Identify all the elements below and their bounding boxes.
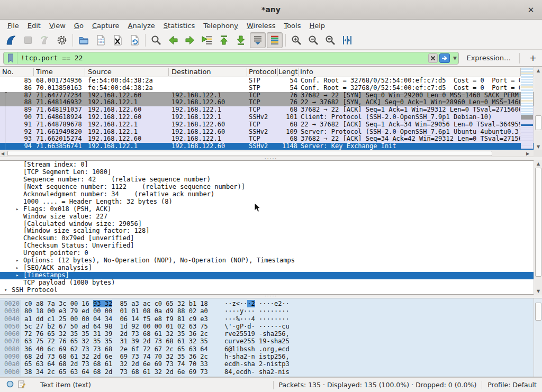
detail-line[interactable]: ▸Flags: 0x018 (PSH, ACK) — [0, 206, 542, 213]
scrollbar-thumb[interactable] — [535, 115, 541, 130]
detail-line[interactable]: ▸[SEQ/ACK analysis] — [0, 265, 542, 272]
hex-ascii[interactable]: h-sha2-n istp256, — [220, 353, 290, 360]
detail-line[interactable]: [Window size scaling factor: 128] — [0, 227, 542, 235]
scroll-down-icon[interactable]: ▼ — [534, 288, 542, 295]
column-divider[interactable] — [168, 68, 169, 76]
toolbar-zoom-out-icon[interactable] — [305, 32, 321, 48]
toolbar-find-packet-icon[interactable] — [148, 32, 164, 48]
toolbar-auto-scroll-icon[interactable] — [250, 32, 266, 48]
details-vscrollbar[interactable]: ▲ ▼ — [534, 160, 542, 295]
display-filter-field[interactable]: !tcp.port == 22 ▼ — [3, 52, 459, 65]
hex-bytes[interactable]: 38 34 2c 65 63 64 68 2d 73 68 61 32 2d 6… — [21, 368, 220, 376]
scrollbar-thumb[interactable] — [535, 303, 541, 321]
column-header-length[interactable]: Length — [278, 68, 298, 76]
hex-row[interactable]: 008036 40 6c 69 62 73 73 68 2e 6f 72 67 … — [0, 345, 542, 353]
hex-row[interactable]: 009068 2d 73 68 61 32 2d 6e 69 73 74 70 … — [0, 353, 542, 360]
scroll-up-icon[interactable]: ▲ — [534, 67, 542, 74]
column-header-no[interactable]: No. — [2, 68, 34, 76]
hex-bytes[interactable]: 36 40 6c 69 62 73 73 68 2e 6f 72 67 2c 6… — [21, 345, 220, 353]
packet-row[interactable]: 8568.001734936fe:54:00:d4:38:2aSTP54Conf… — [0, 77, 542, 85]
column-header-time[interactable]: Time — [36, 68, 86, 76]
detail-line[interactable]: [Checksum Status: Unverified] — [0, 242, 542, 250]
filter-bookmark-icon[interactable] — [4, 52, 17, 64]
expert-info-icon[interactable] — [6, 380, 14, 389]
packet-list-vscrollbar[interactable]: ▲ ▼ — [534, 67, 542, 150]
hex-ascii[interactable]: ····y··· ········ — [220, 307, 290, 315]
detail-line[interactable]: Sequence number: 42 (relative sequence n… — [0, 176, 542, 184]
toolbar-zoom-in-icon[interactable] — [288, 32, 304, 48]
display-filter-input[interactable]: !tcp.port == 22 — [17, 54, 428, 62]
column-header-source[interactable]: Source — [88, 68, 170, 76]
toolbar-reload-file-icon[interactable] — [127, 32, 142, 48]
toolbar-zoom-original-icon[interactable] — [322, 32, 338, 48]
hex-ascii[interactable]: ···%···4 ········ — [220, 315, 290, 323]
menu-telephony[interactable]: Telephony — [199, 21, 242, 31]
detail-line[interactable]: [TCP Segment Len: 1080] — [0, 169, 542, 176]
hex-bytes[interactable]: 5c 27 b2 67 50 ad 64 98 1d 92 00 00 01 0… — [21, 323, 220, 330]
toolbar-colorize-icon[interactable] — [267, 32, 283, 48]
add-filter-button[interactable]: + — [527, 53, 539, 63]
scroll-left-icon[interactable]: ◀ — [1, 151, 4, 156]
expander-icon[interactable]: ▸ — [16, 206, 19, 213]
intelligent-scrollbar-minimap[interactable] — [521, 68, 533, 149]
detail-line[interactable]: TCP payload (1080 bytes) — [0, 279, 542, 287]
toolbar-go-to-packet-icon[interactable] — [199, 32, 215, 48]
detail-line[interactable]: Window size value: 227 — [0, 213, 542, 221]
hex-bytes[interactable]: c0 a8 7a 3c 00 16 93 32 85 a3 ac c0 65 3… — [21, 300, 220, 307]
toolbar-save-file-icon[interactable]: 01011101 — [93, 32, 109, 48]
packet-row[interactable]: 9271.661949820192.168.122.1192.168.122.6… — [0, 129, 542, 136]
toolbar-capture-options-icon[interactable] — [54, 32, 70, 48]
hex-row[interactable]: 00b038 34 2c 65 63 64 68 2d 73 68 61 32 … — [0, 368, 542, 376]
detail-line[interactable]: Urgent pointer: 0 — [0, 250, 542, 257]
hex-bytes[interactable]: 80 18 00 e3 79 ed 00 00 01 01 08 0a d9 8… — [21, 307, 220, 315]
menu-statistics[interactable]: Statistics — [159, 21, 199, 31]
detail-line[interactable]: [Stream index: 0] — [0, 161, 542, 169]
column-header-destination[interactable]: Destination — [171, 68, 247, 76]
menu-analyze[interactable]: Analyze — [124, 21, 159, 31]
toolbar-start-capture-icon[interactable] — [3, 32, 19, 48]
hex-ascii[interactable]: 6@libssh .org,ecd — [220, 345, 290, 353]
hex-bytes[interactable]: 68 2d 73 68 61 32 2d 6e 69 73 74 70 32 3… — [21, 353, 220, 360]
detail-line[interactable]: ▸[Timestamps] — [0, 272, 542, 279]
toolbar-restart-capture-icon[interactable] — [37, 32, 53, 48]
hex-vscrollbar[interactable] — [534, 298, 542, 377]
hex-row[interactable]: 0040a1 dd c1 25 00 00 04 34 06 14 f5 e8 … — [0, 315, 542, 323]
toolbar-open-file-icon[interactable] — [76, 32, 92, 48]
column-divider[interactable] — [277, 68, 278, 76]
detail-line[interactable]: Acknowledgment number: 34 (relative ack … — [0, 191, 542, 198]
hex-bytes[interactable]: 63 75 72 76 65 32 35 35 31 39 2d 73 68 6… — [21, 338, 220, 345]
menu-help[interactable]: Help — [305, 21, 329, 31]
detail-line[interactable]: 1000 .... = Header Length: 32 bytes (8) — [0, 198, 542, 206]
expander-icon[interactable]: ▸ — [16, 257, 19, 265]
hex-bytes[interactable]: 65 63 64 68 2d 73 68 61 32 2d 6e 69 73 7… — [21, 360, 220, 368]
hex-row[interactable]: 003080 18 00 e3 79 ed 00 00 01 01 08 0a … — [0, 307, 542, 315]
expander-icon[interactable]: ▸ — [16, 265, 19, 272]
packet-row[interactable]: 8670.013850163fe:54:00:d4:38:2aSTP54Conf… — [0, 85, 542, 92]
packet-row[interactable]: 8971.648191037192.168.122.60192.168.122.… — [0, 106, 542, 114]
toolbar-go-first-icon[interactable] — [216, 32, 232, 48]
expression-button[interactable]: Expression… — [466, 54, 511, 62]
close-icon[interactable]: ✕ — [525, 4, 537, 16]
menu-file[interactable]: File — [3, 21, 23, 31]
menu-go[interactable]: Go — [70, 21, 88, 31]
menu-edit[interactable]: Edit — [23, 21, 45, 31]
hex-row[interactable]: 006072 76 65 32 35 35 31 39 2d 73 68 61 … — [0, 330, 542, 338]
hex-ascii[interactable]: curve255 19-sha25 — [220, 338, 290, 345]
expander-icon[interactable]: ▾ — [4, 287, 7, 294]
detail-line[interactable]: [Calculated window size: 29056] — [0, 221, 542, 228]
hex-bytes[interactable]: 72 76 65 32 35 35 31 39 2d 73 68 61 32 3… — [21, 330, 220, 338]
title-bar[interactable]: *any ✕ — [0, 0, 542, 20]
scroll-up-icon[interactable]: ▲ — [534, 160, 542, 167]
hex-ascii[interactable]: ··z<···2 ····e2·· — [220, 300, 290, 307]
toolbar-go-back-icon[interactable] — [165, 32, 181, 48]
column-header-info[interactable]: Info — [300, 68, 517, 76]
menu-capture[interactable]: Capture — [88, 21, 124, 31]
expander-icon[interactable]: ▸ — [16, 272, 19, 279]
hex-ascii[interactable]: rve25519 -sha256, — [220, 330, 290, 338]
column-divider[interactable] — [33, 68, 34, 76]
scroll-down-icon[interactable]: ▼ — [534, 143, 542, 150]
toolbar-close-file-icon[interactable] — [110, 32, 125, 48]
packet-row[interactable]: 9371.662015274192.168.122.60192.168.122.… — [0, 135, 542, 143]
filter-clear-icon[interactable] — [428, 53, 438, 63]
hex-row[interactable]: 00a065 63 64 68 2d 73 68 61 32 2d 6e 69 … — [0, 360, 542, 368]
